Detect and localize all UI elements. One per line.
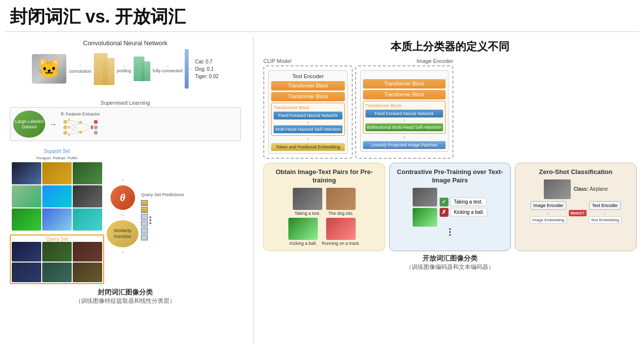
penguin-label: Penguin xyxy=(36,156,51,160)
text-mha: Multi-Head Masked Self-Attention xyxy=(274,125,342,133)
box2-img-soccer xyxy=(413,208,437,227)
check-wrong: ✗ xyxy=(440,208,448,217)
svg-point-10 xyxy=(68,133,70,136)
clip-model-wrapper: CLIP Model Text Encoder Transformer Bloc… xyxy=(263,58,353,159)
support-img-7 xyxy=(12,208,41,231)
left-caption-main: 封闭词汇图像分类 xyxy=(5,288,246,297)
svg-point-11 xyxy=(79,121,82,124)
nn-input-dots xyxy=(63,120,67,135)
text-encoder-label: Text Encoder xyxy=(271,73,345,79)
support-img-1 xyxy=(12,162,41,184)
text-ffn-arrow: ↑ xyxy=(274,120,342,125)
dot1 xyxy=(149,216,151,218)
query-set-label: Query Set xyxy=(12,236,102,242)
svg-line-1 xyxy=(68,122,81,127)
box1-content: Taking a test. The dog sits. Kicking a b… xyxy=(269,188,380,246)
box1-img-crowd xyxy=(293,188,322,210)
box1-img-row2: Kicking a ball. Running on a track. xyxy=(288,218,360,246)
arrow-output: → xyxy=(189,67,193,71)
box2-dots xyxy=(449,228,451,236)
zs-image-encoder: Image Encoder xyxy=(531,201,566,210)
bottom-boxes: Obtain Image-Text Pairs for Pre-training… xyxy=(263,163,637,251)
fewshot-row: Support Set Penguin Pelican Puffin xyxy=(10,148,241,284)
box-zeroshot: Zero-Shot Classification Class: Airplane… xyxy=(515,163,637,251)
zs-match-col: Match? xyxy=(569,201,587,216)
svg-line-7 xyxy=(81,127,93,132)
dot-b3 xyxy=(449,234,451,236)
text-ffn: Feed Forward Neural Network xyxy=(274,112,342,119)
zs-image-encoder-col: Image Encoder ↓ Image Embedding xyxy=(530,201,567,224)
supervised-section: Supervised Learning Large Labeled Datase… xyxy=(5,97,246,147)
dot3 xyxy=(149,222,151,224)
pred-bar-1 xyxy=(141,200,148,206)
svg-line-6 xyxy=(81,122,93,127)
left-panel: Convolutional Neural Network → convoluti… xyxy=(5,37,246,344)
text-transformer-block-inner: Transformer Block Feed Forward Neural Ne… xyxy=(271,103,345,136)
clip-area: CLIP Model Text Encoder Transformer Bloc… xyxy=(263,58,637,159)
left-caption-sub: （训练图像特征提取器和线性分类层） xyxy=(5,297,246,305)
svg-line-3 xyxy=(68,120,81,132)
arrow-to-theta: → xyxy=(121,178,125,182)
text-token-embed: Token and Positional Embedding xyxy=(271,143,345,151)
box1-img4-caption: Running on a track. xyxy=(322,241,360,246)
box3-content: Class: Airplane Image Encoder ↓ Image Em… xyxy=(520,179,631,224)
label-cat: Cat: 0.7 xyxy=(195,59,218,64)
support-img-5 xyxy=(42,185,72,207)
zs-encoders: Image Encoder ↓ Image Embedding Match? T… xyxy=(530,201,621,224)
linearly-projected: Linearly Projected Image Patches xyxy=(363,141,446,149)
label-convolution: convolution xyxy=(69,69,91,74)
svg-line-2 xyxy=(68,122,81,135)
predictions-area: Query Set Predictions xyxy=(141,148,184,284)
image-encoder-wrapper: Image Encoder Transformer Block Transfor… xyxy=(355,58,453,159)
preds-container xyxy=(141,200,151,240)
box1-img1-caption: Taking a test. xyxy=(294,211,320,216)
arrow-supervised: → xyxy=(49,120,57,129)
box1-img-row1: Taking a test. The dog sits. xyxy=(293,188,356,216)
page-title: 封闭词汇 vs. 开放词汇 xyxy=(0,0,644,31)
right-caption-sub: （训练图像编码器和文本编码器） xyxy=(263,263,637,271)
left-caption: 封闭词汇图像分类 （训练图像特征提取器和线性分类层） xyxy=(5,288,246,305)
image-encoder-inner-box: Transformer Block Transformer Block Tran… xyxy=(360,70,448,152)
nn-output-dots xyxy=(94,120,98,135)
svg-point-12 xyxy=(79,131,82,134)
svg-point-13 xyxy=(91,125,93,129)
box3-title: Zero-Shot Classification xyxy=(520,168,631,176)
support-set-label: Support Set xyxy=(44,148,70,154)
support-img-8 xyxy=(42,208,72,231)
image-transformer-block-2: Transformer Block xyxy=(363,90,446,99)
support-image-grid xyxy=(12,162,102,231)
pred-bar-5 xyxy=(141,228,148,234)
query-image-grid xyxy=(12,242,102,282)
fewshot-left-col: Support Set Penguin Pelican Puffin xyxy=(10,148,104,284)
spacer xyxy=(363,73,446,79)
box1-img-item4: Running on a track. xyxy=(322,218,360,246)
box-image-text-pairs: Obtain Image-Text Pairs for Pre-training… xyxy=(263,163,385,251)
query-img-5 xyxy=(42,263,72,282)
clip-model-box: Text Encoder Transformer Block Transform… xyxy=(263,65,353,159)
zs-text-embedding: Text Embedding xyxy=(588,216,621,224)
box2-text1: Taking a test. xyxy=(450,198,486,206)
check-correct: ✓ xyxy=(440,198,448,206)
content-area: Convolutional Neural Network → convoluti… xyxy=(0,32,644,347)
right-title: 本质上分类器的定义不同 xyxy=(263,39,637,54)
dots-separator xyxy=(149,216,151,224)
dataset-oval: Large Labeled Dataset xyxy=(13,111,45,138)
query-img-4 xyxy=(12,263,41,282)
cnn-diagram: → convolution → pooling → fully-co xyxy=(10,49,241,88)
nn-dot3 xyxy=(63,131,67,135)
svg-line-5 xyxy=(68,132,81,135)
box2-checks: ✓ Taking a test. ✗ Kicking a ball. xyxy=(440,198,488,217)
fewshot-section: Support Set Penguin Pelican Puffin xyxy=(5,147,246,284)
query-set-area: Query Set xyxy=(10,235,104,284)
extractor-label: θ: Feature Extractor xyxy=(61,112,100,117)
arrow-convolution: → xyxy=(78,64,82,67)
zs-airplane-img xyxy=(544,179,571,199)
query-img-6 xyxy=(73,263,102,282)
image-transformer-block-inner: Transformer Block Feed Forward Neural Ne… xyxy=(363,101,446,134)
box2-title: Contrastive Pre-Training over Text-Image… xyxy=(394,168,505,185)
box1-img2-caption: The dog sits. xyxy=(328,211,354,216)
pred-bar-3 xyxy=(141,214,148,220)
label-pooling: pooling xyxy=(117,68,131,73)
zs-top: Class: Airplane xyxy=(544,179,608,199)
arrow-fc: → xyxy=(166,64,169,68)
